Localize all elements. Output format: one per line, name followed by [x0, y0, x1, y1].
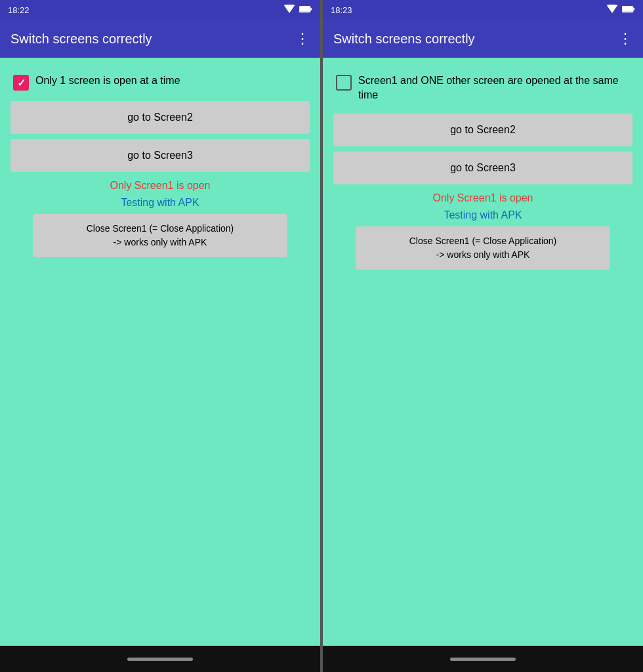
- left-content: Only 1 screen is open at a time go to Sc…: [0, 58, 320, 646]
- left-status-red: Only Screen1 is open: [10, 180, 310, 192]
- left-bottom-pill: [127, 658, 193, 661]
- left-go-screen2-button[interactable]: go to Screen2: [10, 101, 310, 134]
- right-status-red: Only Screen1 is open: [333, 192, 633, 204]
- right-content: Screen1 and ONE other screen are opened …: [323, 58, 643, 646]
- left-checkbox-checked[interactable]: [13, 75, 29, 91]
- left-app-bar-title: Switch screens correctly: [10, 32, 152, 47]
- right-checkbox-label: Screen1 and ONE other screen are opened …: [358, 74, 630, 103]
- left-menu-button[interactable]: ⋮: [295, 30, 310, 47]
- left-status-icons: [283, 5, 312, 16]
- left-go-screen3-button[interactable]: go to Screen3: [10, 139, 310, 172]
- left-close-btn-line2: -> works only with APK: [43, 236, 277, 249]
- left-battery-icon: [299, 5, 312, 15]
- left-app-bar: Switch screens correctly ⋮: [0, 20, 320, 58]
- right-wifi-icon: [606, 5, 618, 16]
- right-status-blue: Testing with APK: [333, 209, 633, 221]
- right-go-screen3-button[interactable]: go to Screen3: [333, 152, 633, 184]
- svg-rect-2: [300, 7, 310, 11]
- right-app-bar-title: Switch screens correctly: [333, 32, 475, 47]
- right-app-bar: Switch screens correctly ⋮: [323, 20, 643, 58]
- right-checkbox-unchecked[interactable]: [336, 75, 352, 91]
- left-checkbox-row[interactable]: Only 1 screen is open at a time: [10, 68, 310, 96]
- right-battery-icon: [622, 5, 635, 15]
- svg-rect-5: [623, 7, 633, 11]
- right-time: 18:23: [331, 5, 352, 15]
- right-status-icons: [606, 5, 635, 16]
- left-close-btn-line1: Close Screen1 (= Close Application): [43, 222, 277, 236]
- right-go-screen2-button[interactable]: go to Screen2: [333, 114, 633, 146]
- left-checkbox-label: Only 1 screen is open at a time: [35, 74, 180, 88]
- right-close-btn-line2: -> works only with APK: [366, 248, 600, 262]
- left-phone-panel: 18:22 Switch screens correctly ⋮: [0, 0, 320, 672]
- right-checkbox-row[interactable]: Screen1 and ONE other screen are opened …: [333, 68, 633, 108]
- left-status-blue: Testing with APK: [10, 197, 310, 209]
- left-bottom-bar: [0, 646, 320, 672]
- right-status-bar: 18:23: [323, 0, 643, 20]
- svg-rect-4: [633, 8, 635, 10]
- right-close-btn-line1: Close Screen1 (= Close Application): [366, 234, 600, 248]
- right-close-button[interactable]: Close Screen1 (= Close Application) -> w…: [356, 226, 610, 270]
- left-close-button[interactable]: Close Screen1 (= Close Application) -> w…: [33, 214, 287, 257]
- svg-rect-1: [310, 8, 312, 10]
- left-wifi-icon: [283, 5, 295, 16]
- right-bottom-bar: [323, 646, 643, 672]
- right-bottom-pill: [450, 658, 516, 661]
- right-phone-panel: 18:23 Switch screens correctly ⋮: [323, 0, 643, 672]
- left-status-bar: 18:22: [0, 0, 320, 20]
- right-menu-button[interactable]: ⋮: [618, 30, 633, 47]
- left-time: 18:22: [8, 5, 30, 15]
